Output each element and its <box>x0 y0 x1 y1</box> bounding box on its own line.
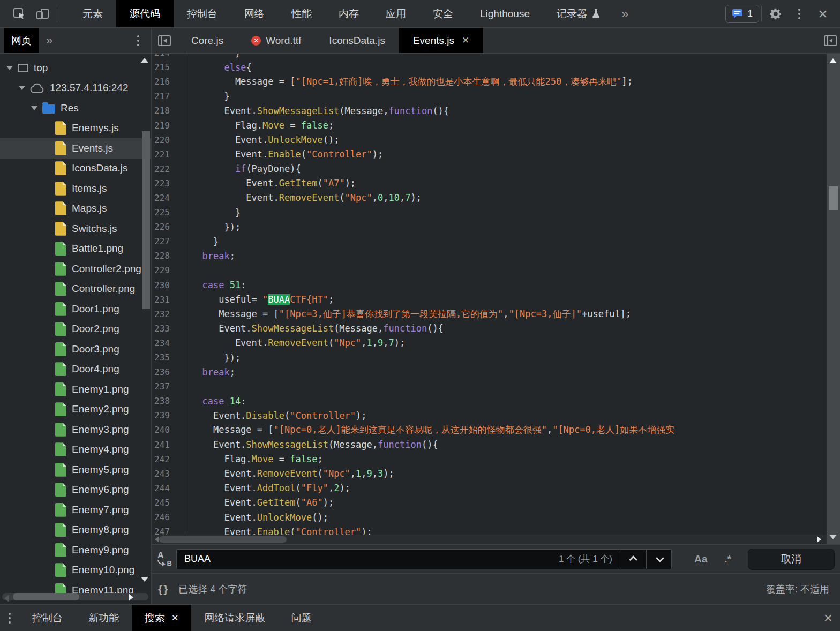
hide-navigator-icon[interactable] <box>152 28 177 53</box>
line-number[interactable]: 218 <box>152 106 177 116</box>
close-drawer-tab-icon[interactable]: ✕ <box>171 611 178 625</box>
sidebar-vertical-scrollbar[interactable] <box>142 131 150 309</box>
close-tab-icon[interactable]: ✕ <box>462 33 469 48</box>
tab-page[interactable]: 网页 <box>4 28 39 53</box>
line-number[interactable]: 238 <box>152 396 177 406</box>
code-vscroll-thumb[interactable] <box>829 186 838 210</box>
panel-tab-内存[interactable]: 内存 <box>325 0 372 27</box>
code-editor[interactable]: 214 }215 else{216 Message = ["[Npc=1,奸商]… <box>152 54 827 535</box>
line-number[interactable]: 214 <box>152 54 177 58</box>
panel-tab-网络[interactable]: 网络 <box>231 0 278 27</box>
inspect-element-icon[interactable] <box>8 0 31 27</box>
tree-item-Maps.js[interactable]: Maps.js <box>0 199 151 219</box>
panel-tab-性能[interactable]: 性能 <box>278 0 325 27</box>
show-sidebar-icon[interactable] <box>824 28 837 53</box>
cancel-button[interactable]: 取消 <box>748 549 835 570</box>
tree-item-Enemy10.png[interactable]: Enemy10.png <box>0 560 151 581</box>
tree-item-Enemy8.png[interactable]: Enemy8.png <box>0 520 151 540</box>
drawer-kebab-icon[interactable] <box>0 605 19 631</box>
tree-item-IconsData.js[interactable]: IconsData.js <box>0 159 151 179</box>
tree-item-Enemy9.png[interactable]: Enemy9.png <box>0 540 151 560</box>
tree-item-Door2.png[interactable]: Door2.png <box>0 319 151 340</box>
panel-tab-元素[interactable]: 元素 <box>69 0 116 27</box>
tree-item-Enemy3.png[interactable]: Enemy3.png <box>0 419 151 440</box>
line-number[interactable]: 220 <box>152 135 177 145</box>
expander-icon[interactable] <box>6 66 13 70</box>
line-number[interactable]: 239 <box>152 410 177 420</box>
drawer-tab-网络请求屏蔽[interactable]: 网络请求屏蔽 <box>191 605 278 631</box>
tree-item-Events.js[interactable]: Events.js <box>0 138 151 159</box>
tree-item-Battle1.png[interactable]: Battle1.png <box>0 239 151 259</box>
line-number[interactable]: 241 <box>152 440 177 450</box>
sidebar-horizontal-scrollbar[interactable] <box>0 591 151 603</box>
line-number[interactable]: 244 <box>152 483 177 493</box>
navigator-more-tabs-chevron[interactable]: » <box>39 28 60 53</box>
line-number[interactable]: 215 <box>152 62 177 72</box>
line-number[interactable]: 227 <box>152 236 177 246</box>
line-number[interactable]: 228 <box>152 251 177 261</box>
line-number[interactable]: 225 <box>152 207 177 217</box>
tree-item-Enemy1.png[interactable]: Enemy1.png <box>0 379 151 400</box>
tree-item-Door3.png[interactable]: Door3.png <box>0 339 151 359</box>
line-number[interactable]: 247 <box>152 527 177 535</box>
drawer-tab-问题[interactable]: 问题 <box>278 605 324 631</box>
tree-item-Enemy5.png[interactable]: Enemy5.png <box>0 460 151 480</box>
drawer-tab-新功能[interactable]: 新功能 <box>76 605 132 631</box>
tree-item-Enemy4.png[interactable]: Enemy4.png <box>0 440 151 460</box>
line-number[interactable]: 219 <box>152 121 177 131</box>
line-number[interactable]: 231 <box>152 295 177 305</box>
tree-item-Res[interactable]: Res <box>0 98 151 118</box>
drawer-close-icon[interactable]: × <box>824 605 832 631</box>
panel-tab-应用[interactable]: 应用 <box>372 0 419 27</box>
line-number[interactable]: 216 <box>152 77 177 87</box>
line-number[interactable]: 222 <box>152 164 177 174</box>
tree-item-Door1.png[interactable]: Door1.png <box>0 299 151 319</box>
expander-icon[interactable] <box>31 106 38 110</box>
code-hscroll-thumb[interactable] <box>159 536 287 543</box>
tree-item-Enemys.js[interactable]: Enemys.js <box>0 118 151 139</box>
line-number[interactable]: 245 <box>152 498 177 508</box>
line-number[interactable]: 236 <box>152 367 177 377</box>
tree-item-Items.js[interactable]: Items.js <box>0 178 151 199</box>
more-options-kebab-icon[interactable] <box>788 0 811 27</box>
sidebar-scroll-right-icon[interactable] <box>129 594 133 601</box>
tree-item-Controller2.png[interactable]: Controller2.png <box>0 259 151 279</box>
line-number[interactable]: 235 <box>152 352 177 363</box>
tree-item-Door4.png[interactable]: Door4.png <box>0 359 151 380</box>
next-match-button[interactable] <box>647 550 671 569</box>
line-number[interactable]: 217 <box>152 91 177 101</box>
line-number[interactable]: 240 <box>152 425 177 435</box>
pretty-print-icon[interactable]: {} <box>158 583 169 596</box>
tree-item-Controller.png[interactable]: Controller.png <box>0 279 151 299</box>
line-number[interactable]: 242 <box>152 454 177 464</box>
line-number[interactable]: 246 <box>152 512 177 522</box>
tree-item-Enemy2.png[interactable]: Enemy2.png <box>0 400 151 420</box>
match-case-toggle[interactable]: Aa <box>686 553 716 565</box>
expander-icon[interactable] <box>19 86 25 90</box>
code-horizontal-scrollbar[interactable] <box>152 535 827 544</box>
panel-tab-源代码[interactable]: 源代码 <box>116 0 174 27</box>
more-panels-chevron[interactable]: » <box>614 0 636 27</box>
code-scroll-up-icon[interactable] <box>829 58 837 63</box>
drawer-tab-搜索[interactable]: 搜索✕ <box>132 605 191 631</box>
panel-tab-安全[interactable]: 安全 <box>419 0 467 27</box>
issues-counter-button[interactable]: 1 <box>725 5 759 23</box>
tree-item-Switchs.js[interactable]: Switchs.js <box>0 219 151 239</box>
panel-tab-记录器[interactable]: 记录器 <box>543 0 614 27</box>
find-input[interactable] <box>177 553 559 565</box>
editor-tab-IconsData.js[interactable]: IconsData.js <box>315 28 399 53</box>
editor-tab-Core.js[interactable]: Core.js <box>177 28 237 53</box>
line-number[interactable]: 230 <box>152 280 177 290</box>
line-number[interactable]: 237 <box>152 381 177 392</box>
line-number[interactable]: 223 <box>152 178 177 189</box>
tree-item-123.57.4.116:242[interactable]: 123.57.4.116:242 <box>0 78 151 99</box>
panel-tab-Lighthouse[interactable]: Lighthouse <box>467 0 543 27</box>
code-vertical-scrollbar[interactable] <box>827 54 840 544</box>
close-devtools-icon[interactable]: × <box>811 0 835 27</box>
line-number[interactable]: 221 <box>152 149 177 160</box>
sidebar-hscroll-thumb[interactable] <box>13 593 79 600</box>
navigator-kebab-icon[interactable] <box>137 28 139 53</box>
drawer-tab-控制台[interactable]: 控制台 <box>19 605 76 631</box>
device-toolbar-icon[interactable] <box>31 0 55 27</box>
tree-item-top[interactable]: top <box>0 58 151 78</box>
